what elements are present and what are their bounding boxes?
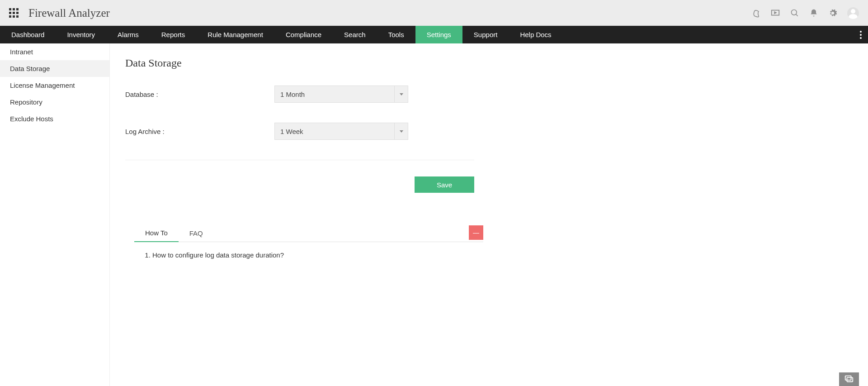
sidebar: IntranetData StorageLicense ManagementRe… [0, 43, 110, 386]
nav-item-help-docs[interactable]: Help Docs [509, 26, 562, 43]
app-title: Firewall Analyzer [28, 7, 110, 19]
chevron-down-icon [394, 86, 408, 102]
header-bar: Firewall Analyzer [0, 0, 868, 26]
collapse-button[interactable]: — [469, 225, 483, 240]
chevron-down-icon [394, 123, 408, 139]
nav-item-inventory[interactable]: Inventory [56, 26, 106, 43]
log-archive-select-value: 1 Week [275, 123, 394, 139]
nav-more-icon[interactable] [854, 26, 868, 43]
svg-marker-1 [774, 12, 776, 14]
help-tabs: How ToFAQ— [134, 224, 483, 242]
chat-icon[interactable] [839, 372, 859, 386]
bell-icon[interactable] [809, 9, 818, 18]
field-row-database: Database : 1 Month [125, 86, 853, 103]
database-select-value: 1 Month [275, 86, 394, 102]
database-select[interactable]: 1 Month [274, 86, 408, 103]
help-content: How to configure log data storage durati… [134, 242, 483, 272]
main-nav: DashboardInventoryAlarmsReportsRule Mana… [0, 26, 868, 43]
sidebar-item-repository[interactable]: Repository [0, 94, 109, 110]
nav-item-support[interactable]: Support [462, 26, 509, 43]
search-icon[interactable] [790, 9, 799, 18]
nav-item-search[interactable]: Search [333, 26, 377, 43]
nav-item-reports[interactable]: Reports [150, 26, 197, 43]
actions-row: Save [125, 176, 474, 193]
help-tab-faq[interactable]: FAQ [179, 225, 214, 242]
nav-item-rule-management[interactable]: Rule Management [196, 26, 274, 43]
presentation-icon[interactable] [770, 8, 780, 18]
log-archive-label: Log Archive : [125, 128, 274, 135]
nav-item-dashboard[interactable]: Dashboard [0, 26, 56, 43]
help-tab-how-to[interactable]: How To [134, 224, 179, 242]
svg-line-3 [796, 14, 798, 16]
field-row-log-archive: Log Archive : 1 Week [125, 123, 853, 140]
gear-icon[interactable] [828, 9, 837, 18]
nav-item-alarms[interactable]: Alarms [106, 26, 150, 43]
help-item[interactable]: How to configure log data storage durati… [152, 251, 474, 259]
sidebar-item-data-storage[interactable]: Data Storage [0, 60, 109, 77]
nav-item-compliance[interactable]: Compliance [274, 26, 333, 43]
divider [125, 160, 474, 160]
sidebar-item-intranet[interactable]: Intranet [0, 43, 109, 60]
sidebar-item-license-management[interactable]: License Management [0, 77, 109, 94]
log-archive-select[interactable]: 1 Week [274, 123, 408, 140]
sidebar-item-exclude-hosts[interactable]: Exclude Hosts [0, 110, 109, 127]
apps-grid-icon[interactable] [9, 8, 19, 18]
save-button[interactable]: Save [415, 176, 474, 193]
content-area: Data Storage Database : 1 Month Log Arch… [110, 43, 868, 386]
svg-point-2 [792, 10, 797, 15]
avatar-icon[interactable] [847, 7, 859, 19]
nav-item-tools[interactable]: Tools [377, 26, 415, 43]
rocket-icon[interactable] [751, 9, 760, 18]
page-title: Data Storage [125, 57, 853, 69]
header-right [751, 7, 859, 19]
svg-rect-5 [847, 377, 853, 381]
database-label: Database : [125, 91, 274, 98]
nav-item-settings[interactable]: Settings [415, 26, 462, 43]
help-panel: How ToFAQ— How to configure log data sto… [134, 224, 483, 272]
